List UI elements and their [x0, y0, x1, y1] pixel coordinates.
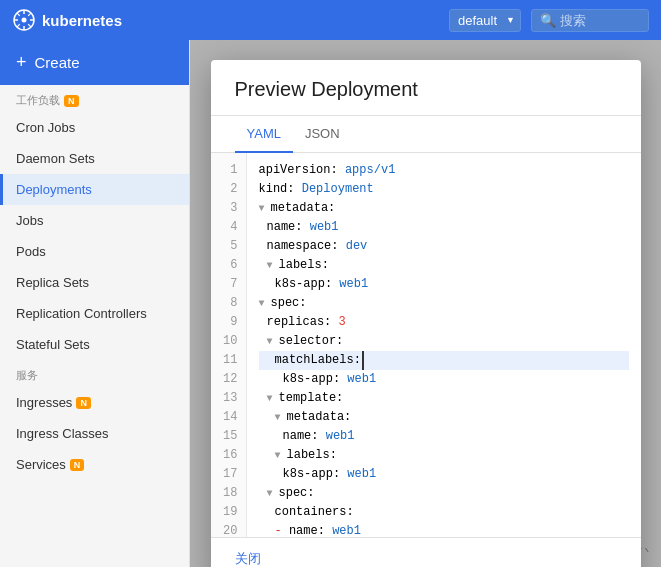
content-area: Preview Deployment YAML JSON 1 2 3 4 5 — [190, 40, 661, 567]
code-line-1: apiVersion: apps/v1 — [259, 161, 629, 180]
services-badge: N — [70, 459, 85, 471]
svg-line-9 — [17, 24, 20, 27]
kubernetes-logo-icon — [12, 8, 36, 32]
code-line-8: ▼spec: — [259, 294, 629, 313]
svg-line-7 — [28, 24, 31, 27]
code-line-15: name: web1 — [259, 427, 629, 446]
sidebar-item-deployments[interactable]: Deployments — [0, 174, 189, 205]
sidebar-item-services[interactable]: Services N — [0, 449, 189, 480]
sidebar-item-ingressclasses[interactable]: Ingress Classes — [0, 418, 189, 449]
code-line-5: namespace: dev — [259, 237, 629, 256]
close-link[interactable]: 关闭 — [235, 551, 261, 566]
search-icon: 🔍 — [540, 13, 556, 28]
code-line-10: ▼selector: — [259, 332, 629, 351]
sidebar-item-pods[interactable]: Pods — [0, 236, 189, 267]
svg-line-8 — [28, 13, 31, 16]
modal-overlay[interactable]: Preview Deployment YAML JSON 1 2 3 4 5 — [190, 40, 661, 567]
code-line-17: k8s-app: web1 — [259, 465, 629, 484]
sidebar-item-statefulsets[interactable]: Stateful Sets — [0, 329, 189, 360]
code-line-2: kind: Deployment — [259, 180, 629, 199]
code-lines: apiVersion: apps/v1 kind: Deployment ▼me… — [247, 153, 641, 537]
code-line-14: ▼metadata: — [259, 408, 629, 427]
modal-title: Preview Deployment — [235, 78, 617, 101]
code-line-9: replicas: 3 — [259, 313, 629, 332]
sidebar-item-cronjobs[interactable]: Cron Jobs — [0, 112, 189, 143]
ingresses-badge: N — [76, 397, 91, 409]
sidebar-item-replicationcontrollers[interactable]: Replication Controllers — [0, 298, 189, 329]
modal-header: Preview Deployment — [211, 60, 641, 116]
sidebar-item-jobs[interactable]: Jobs — [0, 205, 189, 236]
svg-line-6 — [17, 13, 20, 16]
code-line-3: ▼metadata: — [259, 199, 629, 218]
namespace-select[interactable]: default — [449, 9, 521, 32]
modal-body[interactable]: 1 2 3 4 5 6 7 8 9 10 11 12 13 — [211, 153, 641, 537]
create-button[interactable]: + Create — [0, 40, 189, 85]
sidebar-item-daemonsets[interactable]: Daemon Sets — [0, 143, 189, 174]
search-input[interactable] — [560, 13, 640, 28]
plus-icon: + — [16, 52, 27, 73]
code-line-6: ▼labels: — [259, 256, 629, 275]
code-area: 1 2 3 4 5 6 7 8 9 10 11 12 13 — [211, 153, 641, 537]
topbar: kubernetes default 🔍 — [0, 0, 661, 40]
modal-tabs: YAML JSON — [211, 116, 641, 153]
code-line-20: - name: web1 — [259, 522, 629, 537]
code-line-12: k8s-app: web1 — [259, 370, 629, 389]
create-label: Create — [35, 54, 80, 71]
code-line-11: matchLabels: — [259, 351, 629, 370]
logo-area: kubernetes — [12, 8, 122, 32]
workloads-section-label: 工作负载 N — [0, 85, 189, 112]
preview-deployment-modal: Preview Deployment YAML JSON 1 2 3 4 5 — [211, 60, 641, 567]
code-line-18: ▼spec: — [259, 484, 629, 503]
code-line-7: k8s-app: web1 — [259, 275, 629, 294]
code-line-19: containers: — [259, 503, 629, 522]
workloads-badge: N — [64, 95, 79, 107]
line-numbers: 1 2 3 4 5 6 7 8 9 10 11 12 13 — [211, 153, 247, 537]
sidebar: + Create 工作负载 N Cron Jobs Daemon Sets De… — [0, 40, 190, 567]
main-layout: + Create 工作负载 N Cron Jobs Daemon Sets De… — [0, 40, 661, 567]
logo-text: kubernetes — [42, 12, 122, 29]
tab-json[interactable]: JSON — [293, 116, 352, 153]
svg-point-1 — [22, 18, 27, 23]
code-line-4: name: web1 — [259, 218, 629, 237]
code-line-16: ▼labels: — [259, 446, 629, 465]
code-line-13: ▼template: — [259, 389, 629, 408]
tab-yaml[interactable]: YAML — [235, 116, 293, 153]
sidebar-item-replicasets[interactable]: Replica Sets — [0, 267, 189, 298]
sidebar-item-ingresses[interactable]: Ingresses N — [0, 387, 189, 418]
modal-footer: 关闭 — [211, 537, 641, 567]
namespace-selector-wrapper[interactable]: default — [449, 9, 521, 32]
search-box[interactable]: 🔍 — [531, 9, 649, 32]
services-section-label: 服务 — [0, 360, 189, 387]
